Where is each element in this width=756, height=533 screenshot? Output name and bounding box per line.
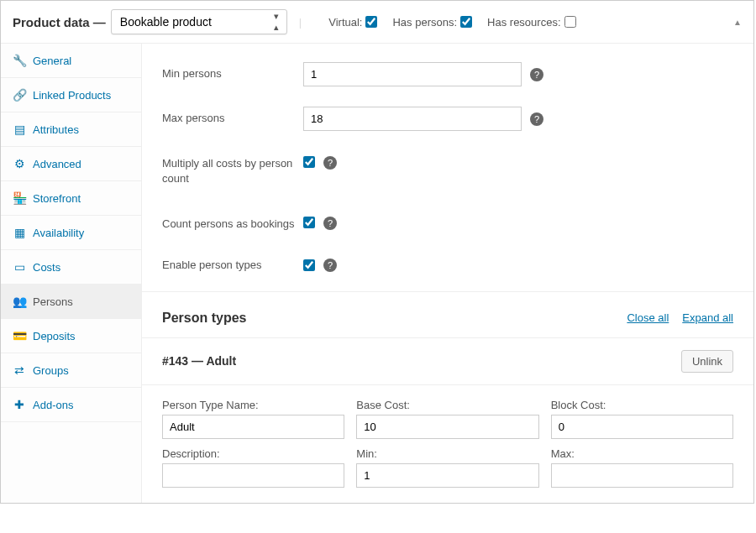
sidebar-item-label: Storefront <box>33 192 81 205</box>
max-persons-row: Max persons ? <box>142 97 753 141</box>
sidebar-item-attributes[interactable]: ▤Attributes <box>1 112 141 147</box>
max-persons-label: Max persons <box>162 111 303 126</box>
multiply-label: Multiply all costs by person count <box>162 156 303 186</box>
pt-desc-input[interactable] <box>162 463 344 488</box>
person-type-row-header: #143 — Adult Unlink <box>142 337 753 384</box>
help-icon[interactable]: ? <box>530 112 543 126</box>
pt-name-label: Person Type Name: <box>162 399 344 411</box>
enable-types-row: Enable person types ? <box>142 248 753 283</box>
pt-basecost-input[interactable] <box>356 415 538 439</box>
pt-blockcost-input[interactable] <box>551 415 733 439</box>
sidebar-item-storefront[interactable]: 🏪Storefront <box>1 181 141 216</box>
virtual-option: Virtual: <box>328 16 377 29</box>
multiply-row: Multiply all costs by person count ? <box>142 141 753 201</box>
sidebar-item-label: Costs <box>33 261 60 274</box>
wrench-icon: 🔧 <box>13 54 26 67</box>
section-links: Close all Expand all <box>627 311 733 324</box>
sidebar-item-label: Attributes <box>33 123 79 136</box>
card-icon: 💳 <box>13 329 26 342</box>
has-resources-checkbox[interactable] <box>564 16 576 28</box>
sidebar-item-add-ons[interactable]: ✚Add-ons <box>1 388 141 422</box>
pt-name-input[interactable] <box>162 415 344 439</box>
expand-all-link[interactable]: Expand all <box>682 311 733 324</box>
plus-icon: ✚ <box>13 398 26 411</box>
collapse-panel-icon[interactable]: ▲ <box>733 18 742 27</box>
sidebar-item-general[interactable]: 🔧General <box>1 44 141 78</box>
sidebar-item-label: Persons <box>33 295 73 308</box>
has-resources-label: Has resources: <box>487 16 560 29</box>
sidebar-item-availability[interactable]: ▦Availability <box>1 216 141 250</box>
money-icon: ▭ <box>13 260 26 274</box>
min-persons-row: Min persons ? <box>142 52 753 97</box>
sidebar-item-groups[interactable]: ⇄Groups <box>1 353 141 388</box>
close-all-link[interactable]: Close all <box>627 311 669 324</box>
has-persons-option: Has persons: <box>392 16 472 29</box>
pt-col-3: Block Cost: Max: <box>551 390 733 488</box>
product-data-panel: Product data — Bookable product ▾▴ | Vir… <box>0 0 754 504</box>
content: Min persons ? Max persons ? Multiply all… <box>142 44 753 503</box>
person-types-title: Person types <box>162 311 246 326</box>
count-checkbox[interactable] <box>303 217 315 228</box>
link-icon: 🔗 <box>13 88 26 102</box>
header-options: Virtual: Has persons: Has resources: <box>328 16 575 29</box>
sidebar-item-linked-products[interactable]: 🔗Linked Products <box>1 78 141 112</box>
divider: | <box>299 16 302 29</box>
panel-header: Product data — Bookable product ▾▴ | Vir… <box>1 1 753 44</box>
max-persons-input[interactable] <box>303 107 522 131</box>
unlink-button[interactable]: Unlink <box>681 350 733 373</box>
person-types-header: Person types Close all Expand all <box>142 292 753 337</box>
help-icon[interactable]: ? <box>323 156 337 170</box>
min-persons-label: Min persons <box>162 66 303 81</box>
has-persons-checkbox[interactable] <box>460 16 472 28</box>
pt-max-input[interactable] <box>551 463 733 488</box>
virtual-label: Virtual: <box>328 16 362 29</box>
pt-blockcost-label: Block Cost: <box>551 399 733 411</box>
virtual-checkbox[interactable] <box>365 16 377 28</box>
product-type-select-wrap: Bookable product ▾▴ <box>111 9 287 34</box>
has-resources-option: Has resources: <box>487 16 575 29</box>
pt-min-input[interactable] <box>356 463 538 488</box>
count-label: Count persons as bookings <box>162 217 303 232</box>
count-row: Count persons as bookings ? <box>142 201 753 247</box>
person-type-fields: Person Type Name: Description: Base Cost… <box>142 384 753 503</box>
sidebar-item-persons[interactable]: 👥Persons <box>1 285 141 319</box>
panel-title: Product data — <box>13 15 106 29</box>
sidebar-item-label: Deposits <box>33 330 76 342</box>
enable-types-checkbox[interactable] <box>303 259 315 271</box>
store-icon: 🏪 <box>13 191 26 205</box>
person-type-heading: #143 — Adult <box>162 354 236 368</box>
gear-icon: ⚙ <box>13 157 26 170</box>
sidebar-item-label: Groups <box>33 364 69 377</box>
has-persons-label: Has persons: <box>392 16 457 29</box>
sidebar-item-costs[interactable]: ▭Costs <box>1 250 141 285</box>
sidebar-item-label: Linked Products <box>33 89 111 102</box>
sidebar-item-deposits[interactable]: 💳Deposits <box>1 319 141 353</box>
help-icon[interactable]: ? <box>323 259 337 272</box>
pt-basecost-label: Base Cost: <box>356 399 538 411</box>
sidebar-item-advanced[interactable]: ⚙Advanced <box>1 147 141 181</box>
help-icon[interactable]: ? <box>530 68 543 81</box>
share-icon: ⇄ <box>13 363 26 377</box>
sidebar-item-label: General <box>33 55 71 67</box>
pt-min-label: Min: <box>356 447 538 460</box>
calendar-icon: ▦ <box>13 226 26 239</box>
sidebar: 🔧General🔗Linked Products▤Attributes⚙Adva… <box>1 44 142 503</box>
persons-form: Min persons ? Max persons ? Multiply all… <box>142 44 753 291</box>
persons-icon: 👥 <box>13 295 26 308</box>
sidebar-item-label: Add-ons <box>33 399 73 411</box>
product-type-select[interactable]: Bookable product <box>111 9 287 34</box>
panel-body: 🔧General🔗Linked Products▤Attributes⚙Adva… <box>1 44 753 503</box>
pt-col-2: Base Cost: Min: <box>356 390 550 488</box>
note-icon: ▤ <box>13 123 26 136</box>
sidebar-item-label: Availability <box>33 227 84 239</box>
pt-max-label: Max: <box>551 447 733 460</box>
sidebar-item-label: Advanced <box>33 158 81 170</box>
min-persons-input[interactable] <box>303 62 522 86</box>
pt-desc-label: Description: <box>162 447 344 460</box>
enable-types-label: Enable person types <box>162 258 303 273</box>
pt-col-1: Person Type Name: Description: <box>162 390 356 488</box>
multiply-checkbox[interactable] <box>303 156 315 168</box>
help-icon[interactable]: ? <box>323 217 337 230</box>
